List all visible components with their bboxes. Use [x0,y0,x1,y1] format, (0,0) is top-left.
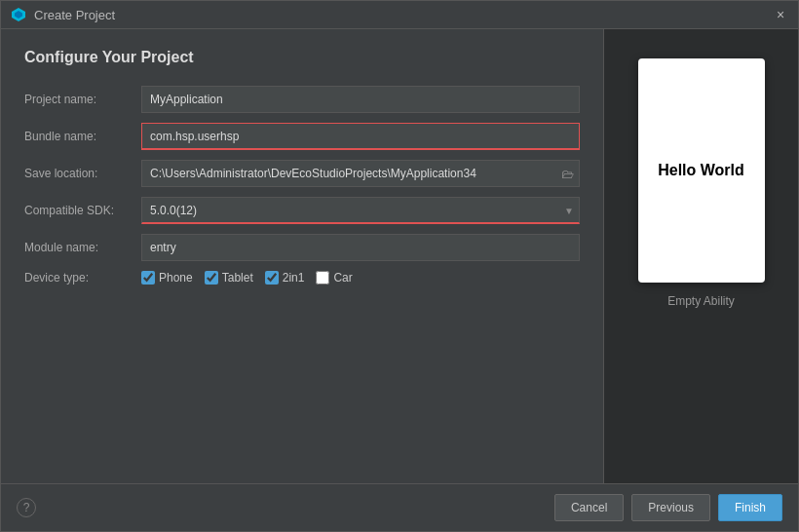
sdk-select[interactable]: 5.0.0(12) [141,197,580,224]
device-type-row: Phone Tablet 2in1 Car [141,271,580,285]
dialog-body: Configure Your Project Project name: Bun… [1,29,798,483]
device-phone-checkbox-item[interactable]: Phone [141,271,193,285]
left-panel: Configure Your Project Project name: Bun… [1,29,603,483]
hello-world-text: Hello World [658,162,744,179]
finish-button[interactable]: Finish [718,494,782,521]
bundle-name-label: Bundle name: [24,130,141,143]
right-panel: Hello World Empty Ability [603,29,798,483]
help-button[interactable]: ? [17,498,36,517]
title-bar: Create Project × [1,1,798,29]
footer-buttons: Cancel Previous Finish [554,494,782,521]
sdk-wrapper: 5.0.0(12) ▼ [141,197,580,224]
save-location-input[interactable] [141,160,580,187]
device-type-label: Device type: [24,271,141,285]
device-2in1-label: 2in1 [283,271,305,285]
preview-phone: Hello World [638,58,765,283]
device-2in1-checkbox-item[interactable]: 2in1 [265,271,305,285]
device-phone-checkbox[interactable] [141,271,155,285]
compatible-sdk-label: Compatible SDK: [24,204,141,217]
save-location-label: Save location: [24,167,141,180]
folder-icon[interactable]: 🗁 [561,167,574,181]
save-location-wrapper: 🗁 [141,160,580,187]
cancel-button[interactable]: Cancel [554,494,624,521]
device-tablet-checkbox-item[interactable]: Tablet [205,271,253,285]
bundle-name-input[interactable] [141,123,580,150]
device-tablet-checkbox[interactable] [205,271,218,285]
device-car-label: Car [333,271,352,285]
create-project-dialog: Create Project × Configure Your Project … [0,0,799,532]
device-phone-label: Phone [159,271,193,285]
template-label: Empty Ability [667,294,735,308]
page-title: Configure Your Project [24,49,580,66]
close-button[interactable]: × [773,7,788,22]
device-car-checkbox[interactable] [316,271,329,285]
device-2in1-checkbox[interactable] [265,271,279,285]
form-grid: Project name: Bundle name: Save location… [24,86,580,285]
project-name-label: Project name: [24,93,141,106]
device-tablet-label: Tablet [222,271,253,285]
app-logo-icon [11,7,26,22]
dialog-title: Create Project [34,8,765,22]
dialog-footer: ? Cancel Previous Finish [1,483,798,531]
module-name-input[interactable] [141,234,580,261]
module-name-label: Module name: [24,241,141,254]
previous-button[interactable]: Previous [631,494,710,521]
project-name-input[interactable] [141,86,580,113]
device-car-checkbox-item[interactable]: Car [316,271,352,285]
